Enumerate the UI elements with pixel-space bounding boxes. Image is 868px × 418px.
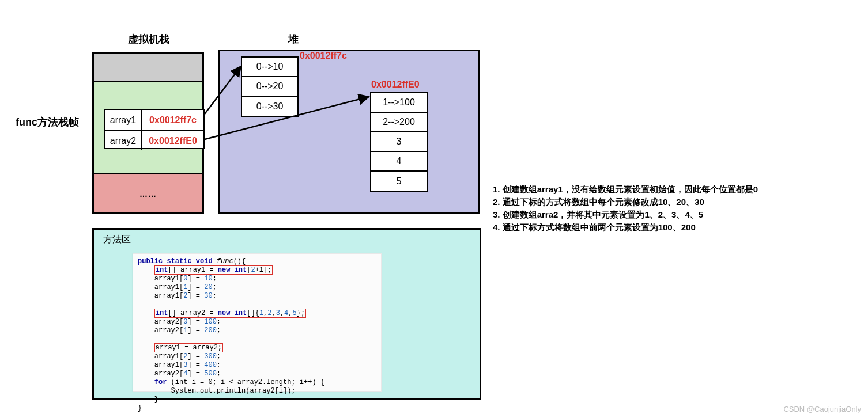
heap-addr-arr2: 0x0012ffE0 bbox=[371, 79, 420, 90]
heap-array2: 1-->100 2-->200 3 4 5 bbox=[370, 92, 428, 192]
array-cell: 4 bbox=[371, 152, 427, 172]
heap-title: 堆 bbox=[288, 32, 299, 46]
note-line: 3. 创建数组arra2，并将其中元素设置为1、2、3、4、5 bbox=[493, 208, 758, 221]
stack-title: 虚拟机栈 bbox=[128, 32, 169, 46]
array-cell: 0-->10 bbox=[242, 58, 297, 77]
array-cell: 0-->30 bbox=[242, 97, 297, 116]
stack-segment-top bbox=[94, 54, 202, 82]
watermark: CSDN @CaojunjiaOnly bbox=[783, 405, 861, 413]
method-area-title: 方法区 bbox=[103, 234, 131, 246]
heap-addr-arr1: 0x0012ff7c bbox=[300, 51, 347, 61]
table-row: array2 0x0012ffE0 bbox=[105, 130, 203, 150]
var-name: array1 bbox=[105, 110, 142, 130]
table-row: array1 0x0012ff7c bbox=[105, 110, 203, 130]
array-cell: 3 bbox=[371, 132, 427, 152]
array-cell: 0-->20 bbox=[242, 77, 297, 97]
code-snippet: public static void func(){ int[] array1 … bbox=[133, 253, 382, 392]
array-cell: 2-->200 bbox=[371, 113, 427, 132]
array-cell: 5 bbox=[371, 172, 427, 191]
local-vars-table: array1 0x0012ff7c array2 0x0012ffE0 bbox=[104, 109, 205, 149]
stack-segment-bottom: …… bbox=[94, 174, 202, 212]
stack-ellipsis: …… bbox=[94, 174, 202, 214]
note-line: 4. 通过下标方式将数组中前两个元素设置为100、200 bbox=[493, 221, 758, 234]
array-cell: 1-->100 bbox=[371, 93, 427, 113]
var-addr: 0x0012ffE0 bbox=[142, 131, 203, 150]
note-line: 2. 通过下标的方式将数组中每个元素修改成10、20、30 bbox=[493, 196, 758, 208]
var-addr: 0x0012ff7c bbox=[142, 110, 203, 130]
note-line: 1. 创建数组array1，没有给数组元素设置初始值，因此每个位置都是0 bbox=[493, 183, 758, 196]
explanation-notes: 1. 创建数组array1，没有给数组元素设置初始值，因此每个位置都是0 2. … bbox=[493, 183, 758, 234]
heap-array1: 0-->10 0-->20 0-->30 bbox=[241, 56, 299, 117]
func-frame-label: func方法栈帧 bbox=[16, 115, 79, 129]
var-name: array2 bbox=[105, 131, 142, 150]
code-text: public static void func(){ int[] array1 … bbox=[133, 254, 381, 416]
